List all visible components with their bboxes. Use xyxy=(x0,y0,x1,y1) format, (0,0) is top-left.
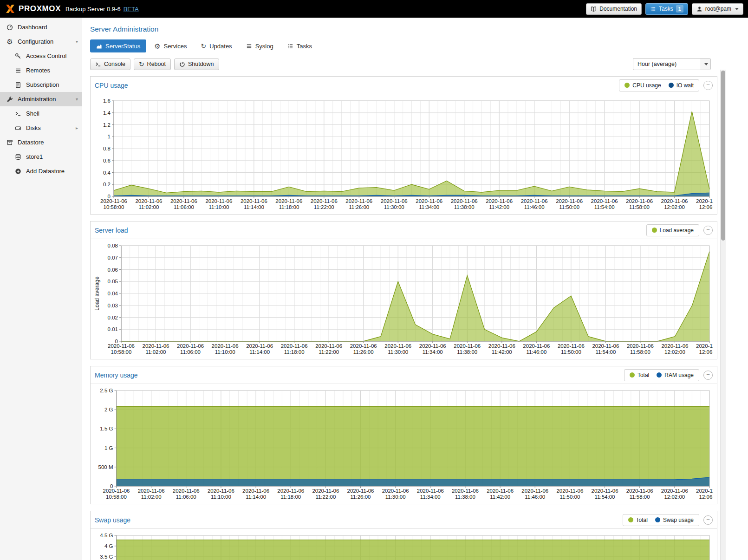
svg-text:1 G: 1 G xyxy=(104,445,113,451)
page-title: Server Administration xyxy=(90,25,748,33)
svg-text:11:02:00: 11:02:00 xyxy=(146,349,166,355)
svg-text:11:22:00: 11:22:00 xyxy=(314,204,334,210)
memory-usage-legend: TotalRAM usage xyxy=(624,369,699,381)
legend-dot-icon xyxy=(628,517,633,522)
shutdown-button[interactable]: Shutdown xyxy=(174,59,219,70)
svg-text:2020-11-06: 2020-11-06 xyxy=(487,488,514,494)
legend-label: IO wait xyxy=(676,82,694,89)
beta-link[interactable]: BETA xyxy=(124,6,139,13)
chevron-down-icon[interactable] xyxy=(701,59,710,70)
swap-usage-chart: 0500 M1 G1.5 G2 G2.5 G3 G3.5 G4 G4.5 G20… xyxy=(93,531,713,560)
console-button[interactable]: Console xyxy=(90,59,130,70)
svg-text:11:34:00: 11:34:00 xyxy=(419,204,439,210)
sidebar-item-administration[interactable]: Administration▾ xyxy=(0,92,82,106)
chevron-right-icon[interactable]: ▸ xyxy=(76,125,78,130)
svg-text:2020-11-06: 2020-11-06 xyxy=(347,488,374,494)
svg-text:11:18:00: 11:18:00 xyxy=(284,349,305,355)
collapse-panel-button[interactable]: − xyxy=(703,515,713,525)
svg-text:4 G: 4 G xyxy=(104,543,113,549)
legend-dot-icon xyxy=(669,83,674,88)
svg-text:2020-11-06: 2020-11-06 xyxy=(696,343,713,349)
sidebar-item-shell[interactable]: Shell xyxy=(0,106,82,121)
tab-services[interactable]: ⚙Services xyxy=(148,39,193,52)
collapse-panel-button[interactable]: − xyxy=(703,226,713,235)
sidebar-item-datastore[interactable]: Datastore xyxy=(0,135,82,150)
legend-item-cpu-usage[interactable]: CPU usage xyxy=(624,82,661,89)
svg-text:2020-11-06: 2020-11-06 xyxy=(381,198,408,204)
svg-text:11:38:00: 11:38:00 xyxy=(455,494,475,500)
tab-updates[interactable]: ↻Updates xyxy=(195,39,238,52)
sidebar-item-configuration[interactable]: ⚙Configuration▾ xyxy=(0,34,82,49)
svg-text:0.03: 0.03 xyxy=(108,303,118,308)
book-icon xyxy=(591,6,597,12)
collapse-panel-button[interactable]: − xyxy=(703,81,713,90)
time-range-select[interactable]: Hour (average) xyxy=(633,58,711,70)
memory-usage-panel-body: 0500 M1 G1.5 G2 G2.5 G2020-11-0610:58:00… xyxy=(91,384,717,504)
svg-text:2020-11-06: 2020-11-06 xyxy=(277,488,304,494)
svg-text:11:58:00: 11:58:00 xyxy=(629,204,650,210)
dashboard-icon xyxy=(6,24,14,31)
legend-item-ram-usage[interactable]: RAM usage xyxy=(657,372,694,378)
reboot-button[interactable]: ↻Reboot xyxy=(134,59,171,70)
svg-text:2020-11-06: 2020-11-06 xyxy=(241,198,267,204)
tab-tasks[interactable]: Tasks xyxy=(281,39,318,52)
tab-syslog[interactable]: Syslog xyxy=(240,39,280,52)
legend-item-io-wait[interactable]: IO wait xyxy=(669,82,694,89)
svg-text:11:30:00: 11:30:00 xyxy=(384,204,404,210)
svg-text:2020-11-06: 2020-11-06 xyxy=(281,343,308,349)
svg-text:2020-11-06: 2020-11-06 xyxy=(592,343,619,349)
sidebar-item-store1[interactable]: store1 xyxy=(0,150,82,164)
svg-text:11:46:00: 11:46:00 xyxy=(525,494,545,500)
svg-text:2020-11-06: 2020-11-06 xyxy=(696,488,713,494)
svg-text:2020-11-06: 2020-11-06 xyxy=(592,488,618,494)
vertical-scrollbar[interactable] xyxy=(720,70,726,560)
svg-text:11:46:00: 11:46:00 xyxy=(526,349,546,355)
svg-text:0.4: 0.4 xyxy=(103,170,111,176)
documentation-button[interactable]: Documentation xyxy=(586,3,642,15)
svg-text:2020-11-06: 2020-11-06 xyxy=(452,488,479,494)
legend-item-swap-usage[interactable]: Swap usage xyxy=(655,517,694,523)
svg-text:11:42:00: 11:42:00 xyxy=(489,204,509,210)
sidebar-item-label: store1 xyxy=(26,153,43,160)
chevron-down-icon[interactable]: ▾ xyxy=(76,97,78,102)
svg-text:3.5 G: 3.5 G xyxy=(100,554,113,560)
svg-text:11:54:00: 11:54:00 xyxy=(595,494,615,500)
svg-text:11:50:00: 11:50:00 xyxy=(561,349,581,355)
collapse-panel-button[interactable]: − xyxy=(703,371,713,380)
svg-text:2020-11-06: 2020-11-06 xyxy=(661,343,688,349)
svg-text:2020-11-06: 2020-11-06 xyxy=(556,488,583,494)
tasks-button[interactable]: Tasks 1 xyxy=(645,3,688,15)
svg-text:2020-11-06: 2020-11-06 xyxy=(521,198,548,204)
sidebar-item-access-control[interactable]: Access Control xyxy=(0,49,82,63)
sidebar-item-dashboard[interactable]: Dashboard xyxy=(0,20,82,34)
svg-text:2020-11-06: 2020-11-06 xyxy=(275,198,302,204)
svg-text:11:18:00: 11:18:00 xyxy=(279,204,299,210)
svg-text:11:06:00: 11:06:00 xyxy=(180,349,201,355)
svg-text:11:14:00: 11:14:00 xyxy=(249,349,270,355)
sidebar-item-label: Administration xyxy=(18,96,56,103)
sidebar-item-remotes[interactable]: Remotes xyxy=(0,63,82,78)
svg-text:0.01: 0.01 xyxy=(108,326,118,332)
user-menu-button[interactable]: root@pam xyxy=(692,3,743,15)
sidebar-item-disks[interactable]: Disks▸ xyxy=(0,121,82,135)
sidebar-item-label: Datastore xyxy=(18,139,44,146)
svg-text:11:02:00: 11:02:00 xyxy=(141,494,162,500)
legend-item-total[interactable]: Total xyxy=(630,372,649,378)
svg-text:1.2: 1.2 xyxy=(103,122,111,128)
legend-item-load-average[interactable]: Load average xyxy=(652,227,694,234)
lines-icon xyxy=(246,43,252,49)
proxmox-logo: PROXMOX xyxy=(5,3,61,14)
tab-serverstatus[interactable]: ServerStatus xyxy=(90,39,146,52)
chevron-down-icon[interactable]: ▾ xyxy=(76,39,78,44)
svg-text:2020-11-06: 2020-11-06 xyxy=(246,343,273,349)
tab-label: Tasks xyxy=(297,43,312,50)
legend-item-total[interactable]: Total xyxy=(628,517,648,523)
svg-text:11:10:00: 11:10:00 xyxy=(211,494,231,500)
key-icon xyxy=(14,53,22,59)
server-load-panel-header: Server loadLoad average− xyxy=(91,221,717,239)
sidebar-item-add-datastore[interactable]: Add Datastore xyxy=(0,164,82,178)
sidebar-item-subscription[interactable]: Subscription xyxy=(0,78,82,92)
chart-icon xyxy=(96,43,102,49)
scrollbar-thumb[interactable] xyxy=(721,71,725,241)
memory-usage-chart: 0500 M1 G1.5 G2 G2.5 G2020-11-0610:58:00… xyxy=(93,386,713,503)
